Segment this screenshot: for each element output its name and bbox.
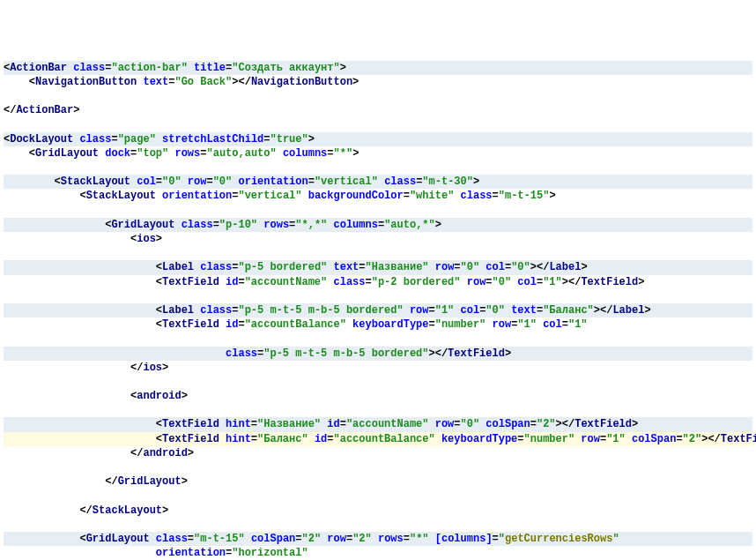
code-line[interactable]: </ios>: [4, 361, 752, 375]
code-line[interactable]: </ActionBar>: [4, 103, 752, 117]
code-line[interactable]: <ActionBar class="action-bar" title="Соз…: [4, 61, 752, 75]
code-line[interactable]: orientation="horizontal": [4, 546, 752, 560]
code-line[interactable]: <Label class="p-5 bordered" text="Назван…: [4, 260, 752, 274]
code-line[interactable]: <android>: [4, 389, 752, 403]
code-line[interactable]: <DockLayout class="page" stretchLastChil…: [4, 132, 752, 146]
code-line[interactable]: <NavigationButton text="Go Back"></Navig…: [4, 75, 752, 89]
code-line[interactable]: </StackLayout>: [4, 504, 752, 518]
code-line[interactable]: <TextField hint="Баланс" id="accountBala…: [4, 432, 752, 446]
code-line[interactable]: </android>: [4, 446, 752, 460]
code-line[interactable]: <GridLayout dock="top" rows="auto,auto" …: [4, 146, 752, 161]
code-line[interactable]: <ios>: [4, 232, 752, 246]
code-line[interactable]: <GridLayout class="p-10" rows="*,*" colu…: [4, 218, 752, 232]
code-line[interactable]: <GridLayout class="m-t-15" colSpan="2" r…: [4, 532, 752, 546]
code-editor: <ActionBar class="action-bar" title="Соз…: [4, 61, 752, 560]
code-line[interactable]: <TextField id="accountBalance" keyboardT…: [4, 317, 752, 332]
code-line[interactable]: <StackLayout col="0" row="0" orientation…: [4, 175, 752, 189]
code-line[interactable]: <Label class="p-5 m-t-5 m-b-5 bordered" …: [4, 303, 752, 317]
code-line[interactable]: <TextField hint="Название" id="accountNa…: [4, 417, 752, 431]
code-line[interactable]: class="p-5 m-t-5 m-b-5 bordered"></TextF…: [4, 347, 752, 361]
code-line[interactable]: </GridLayout>: [4, 474, 752, 489]
code-line[interactable]: <StackLayout orientation="vertical" back…: [4, 189, 752, 203]
code-line[interactable]: <TextField id="accountName" class="p-2 b…: [4, 275, 752, 289]
